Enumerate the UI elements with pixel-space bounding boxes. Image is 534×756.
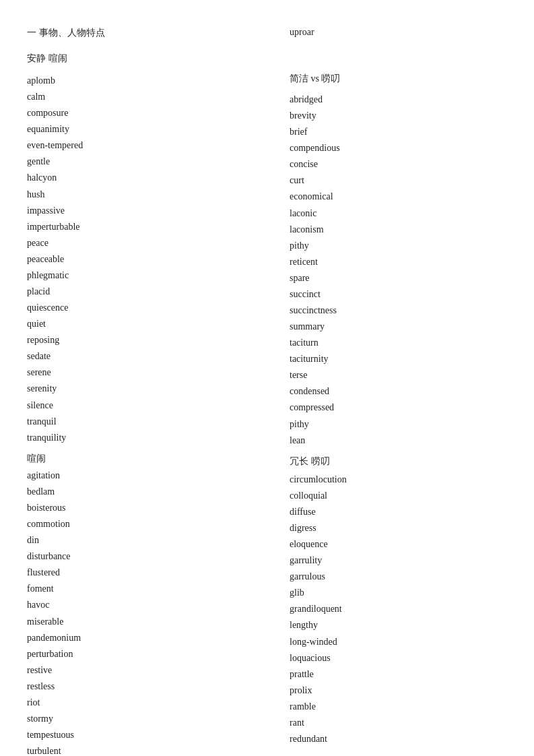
list-item: taciturnity	[290, 351, 507, 367]
calm-word-list: aplombcalmcomposureequanimityeven-temper…	[27, 73, 276, 446]
list-item: calm	[27, 89, 276, 105]
list-item: economical	[290, 189, 507, 205]
list-item: restive	[27, 662, 276, 679]
list-item: placid	[27, 284, 276, 300]
list-item: brief	[290, 124, 507, 140]
list-item: quiescence	[27, 300, 276, 316]
list-item: riot	[27, 695, 276, 711]
list-item: sedate	[27, 348, 276, 365]
list-item: flustered	[27, 565, 276, 581]
list-item: phlegmatic	[27, 267, 276, 284]
list-item: bedlam	[27, 484, 276, 500]
list-item: brevity	[290, 108, 507, 124]
list-item: silence	[27, 398, 276, 414]
list-item: compressed	[290, 400, 507, 416]
list-item: boisterous	[27, 500, 276, 516]
verbose-title: 冗长 唠叨	[290, 455, 507, 468]
list-item: disturbance	[27, 548, 276, 565]
list-item: peaceable	[27, 251, 276, 267]
list-item: serenity	[27, 381, 276, 397]
list-item: glib	[290, 585, 507, 601]
concise-title: 简洁 vs 唠叨	[290, 73, 507, 85]
list-item: prattle	[290, 666, 507, 683]
list-item: commotion	[27, 516, 276, 532]
list-item: aplomb	[27, 73, 276, 89]
list-item: colloquial	[290, 488, 507, 504]
list-item: composure	[27, 105, 276, 121]
list-item: pandemonium	[27, 630, 276, 646]
list-item: miserable	[27, 614, 276, 630]
list-item: circumlocution	[290, 472, 507, 488]
list-item: gentle	[27, 154, 276, 170]
list-item: peace	[27, 235, 276, 251]
list-item: equanimity	[27, 121, 276, 137]
section-header: 一 事物、人物特点	[27, 28, 105, 38]
list-item: lean	[290, 433, 507, 449]
list-item: turbulent	[27, 743, 276, 756]
list-item: succinctness	[290, 303, 507, 319]
list-item: rant	[290, 715, 507, 731]
list-item: garrulous	[290, 569, 507, 585]
list-item: pithy	[290, 238, 507, 254]
list-item: diffuse	[290, 504, 507, 520]
list-item: terse	[290, 367, 507, 383]
concise-word-list: abridgedbrevitybriefcompendiousconcisecu…	[290, 92, 507, 449]
list-item: succinct	[290, 286, 507, 303]
noise-word-list: agitationbedlamboisterouscommotiondindis…	[27, 468, 276, 756]
list-item: condensed	[290, 383, 507, 400]
list-item: curt	[290, 172, 507, 189]
list-item: summary	[290, 319, 507, 335]
list-item: prolix	[290, 683, 507, 699]
list-item: ramble	[290, 699, 507, 715]
list-item: laconism	[290, 222, 507, 238]
list-item: spare	[290, 270, 507, 286]
list-item: din	[27, 532, 276, 548]
list-item: halcyon	[27, 170, 276, 186]
list-item: pithy	[290, 416, 507, 433]
list-item: tempestuous	[27, 727, 276, 743]
list-item: foment	[27, 581, 276, 597]
list-item: quiet	[27, 316, 276, 332]
list-item: garrulity	[290, 553, 507, 569]
verbose-word-list: circumlocutioncolloquialdiffusedigressel…	[290, 472, 507, 747]
list-item: compendious	[290, 140, 507, 156]
list-item: lengthy	[290, 617, 507, 633]
list-item: serene	[27, 365, 276, 381]
list-item: reposing	[27, 332, 276, 348]
list-item: reticent	[290, 254, 507, 270]
list-item: agitation	[27, 468, 276, 484]
list-item: redundant	[290, 731, 507, 747]
list-item: impassive	[27, 203, 276, 219]
list-item: perturbation	[27, 646, 276, 662]
noise-subtitle: 喧闹	[27, 453, 276, 465]
list-item: long-winded	[290, 634, 507, 650]
list-item: laconic	[290, 206, 507, 222]
list-item: loquacious	[290, 650, 507, 666]
list-item: hush	[27, 187, 276, 203]
list-item: grandiloquent	[290, 601, 507, 617]
list-item: stormy	[27, 711, 276, 727]
list-item: even-tempered	[27, 137, 276, 154]
list-item: tranquil	[27, 414, 276, 430]
list-item: digress	[290, 520, 507, 536]
list-item: taciturn	[290, 335, 507, 351]
list-item: abridged	[290, 92, 507, 108]
uproar-label: uproar	[290, 27, 314, 37]
list-item: imperturbable	[27, 219, 276, 235]
list-item: tranquility	[27, 430, 276, 446]
calm-noise-title: 安静 喧闹	[27, 53, 67, 63]
list-item: eloquence	[290, 536, 507, 553]
list-item: concise	[290, 156, 507, 172]
list-item: restless	[27, 679, 276, 695]
list-item: havoc	[27, 597, 276, 613]
